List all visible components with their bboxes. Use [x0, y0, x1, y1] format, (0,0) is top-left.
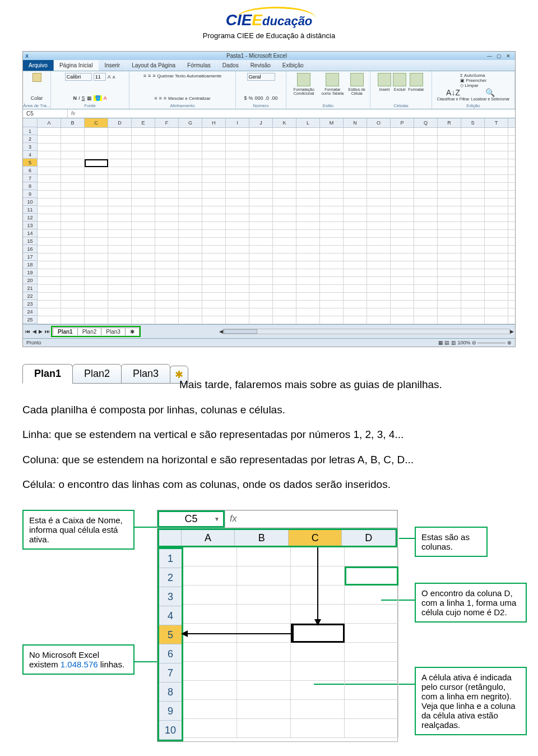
merge-center-button[interactable]: Mesclar e Centralizar — [168, 96, 211, 101]
cell[interactable] — [367, 316, 391, 324]
cell[interactable] — [320, 199, 344, 206]
cell[interactable] — [391, 238, 414, 246]
cell[interactable] — [38, 301, 61, 308]
cell[interactable] — [414, 167, 438, 175]
cell[interactable] — [273, 285, 296, 293]
zoom-row-header[interactable]: 5 — [159, 625, 182, 644]
cell[interactable] — [273, 167, 296, 175]
cell[interactable] — [202, 301, 226, 308]
cell[interactable] — [438, 316, 461, 324]
cell[interactable] — [61, 285, 85, 293]
cell[interactable] — [202, 199, 226, 206]
zoom-cell[interactable] — [183, 643, 237, 662]
cell[interactable] — [461, 285, 485, 293]
cell[interactable] — [296, 301, 320, 308]
cell[interactable] — [132, 151, 155, 159]
cell[interactable] — [61, 151, 85, 159]
cell[interactable] — [38, 261, 61, 269]
cell[interactable] — [179, 246, 202, 253]
cell[interactable] — [155, 308, 179, 316]
cell[interactable] — [38, 175, 61, 183]
col-header[interactable]: R — [438, 118, 461, 127]
cell[interactable] — [344, 261, 367, 269]
comma-icon[interactable]: 000 — [254, 95, 263, 101]
cell[interactable] — [85, 151, 108, 159]
cell[interactable] — [367, 277, 391, 285]
cell[interactable] — [296, 214, 320, 222]
cell[interactable] — [155, 269, 179, 277]
cell[interactable] — [296, 222, 320, 230]
cell[interactable] — [85, 316, 108, 324]
cell[interactable] — [320, 293, 344, 301]
cell[interactable] — [38, 136, 61, 144]
cell[interactable] — [391, 167, 414, 175]
cell[interactable] — [296, 206, 320, 214]
cell[interactable] — [226, 222, 249, 230]
col-header[interactable]: C — [85, 118, 108, 127]
cell[interactable] — [132, 246, 155, 253]
cell[interactable] — [367, 199, 391, 206]
cell[interactable] — [508, 301, 515, 308]
cell[interactable] — [61, 199, 85, 206]
cell[interactable] — [249, 246, 273, 253]
cell[interactable] — [38, 238, 61, 246]
cell[interactable] — [461, 128, 485, 136]
cell[interactable] — [132, 167, 155, 175]
cell[interactable] — [179, 277, 202, 285]
cell[interactable] — [320, 261, 344, 269]
cell[interactable] — [38, 230, 61, 238]
cell[interactable] — [108, 238, 132, 246]
align-left-icon[interactable]: ≡ — [154, 95, 157, 101]
cell[interactable] — [179, 144, 202, 151]
cell[interactable] — [391, 261, 414, 269]
zoom-col-a[interactable]: A — [182, 530, 235, 546]
col-header[interactable]: O — [367, 118, 391, 127]
cell[interactable] — [155, 144, 179, 151]
nav-prev-icon[interactable]: ◀ — [31, 329, 38, 334]
cell[interactable] — [414, 261, 438, 269]
cell[interactable] — [38, 222, 61, 230]
cell[interactable] — [61, 183, 85, 191]
cell[interactable] — [132, 316, 155, 324]
cell[interactable] — [273, 206, 296, 214]
cell[interactable] — [179, 269, 202, 277]
row-header[interactable]: 18 — [23, 261, 37, 269]
cell[interactable] — [132, 301, 155, 308]
cell[interactable] — [38, 167, 61, 175]
cell[interactable] — [202, 261, 226, 269]
cell[interactable] — [38, 151, 61, 159]
cell[interactable] — [61, 238, 85, 246]
cell[interactable] — [320, 128, 344, 136]
cell[interactable] — [508, 316, 515, 324]
cell[interactable] — [273, 293, 296, 301]
cell[interactable] — [414, 175, 438, 183]
cell[interactable] — [367, 293, 391, 301]
cell[interactable] — [202, 159, 226, 167]
cell[interactable] — [226, 183, 249, 191]
cell[interactable] — [108, 136, 132, 144]
cell[interactable] — [202, 230, 226, 238]
col-header[interactable]: N — [344, 118, 367, 127]
cell[interactable] — [485, 191, 508, 199]
row-header[interactable]: 17 — [23, 253, 37, 261]
zoom-col-d[interactable]: D — [342, 530, 396, 546]
cell[interactable] — [344, 183, 367, 191]
row-header[interactable]: 8 — [23, 182, 37, 190]
cell[interactable] — [485, 261, 508, 269]
cell[interactable] — [461, 159, 485, 167]
italic-button[interactable]: I — [78, 95, 80, 101]
col-header[interactable]: J — [249, 118, 273, 127]
cell[interactable] — [85, 238, 108, 246]
col-header[interactable]: G — [179, 118, 202, 127]
font-name-select[interactable] — [65, 73, 92, 81]
cell[interactable] — [226, 159, 249, 167]
cell[interactable] — [414, 183, 438, 191]
cell[interactable] — [202, 246, 226, 253]
row-header[interactable]: 4 — [23, 151, 37, 159]
cell[interactable] — [179, 293, 202, 301]
formula-input[interactable] — [78, 109, 515, 118]
cell[interactable] — [367, 214, 391, 222]
cell[interactable] — [155, 277, 179, 285]
cell[interactable] — [273, 253, 296, 261]
cell[interactable] — [85, 277, 108, 285]
